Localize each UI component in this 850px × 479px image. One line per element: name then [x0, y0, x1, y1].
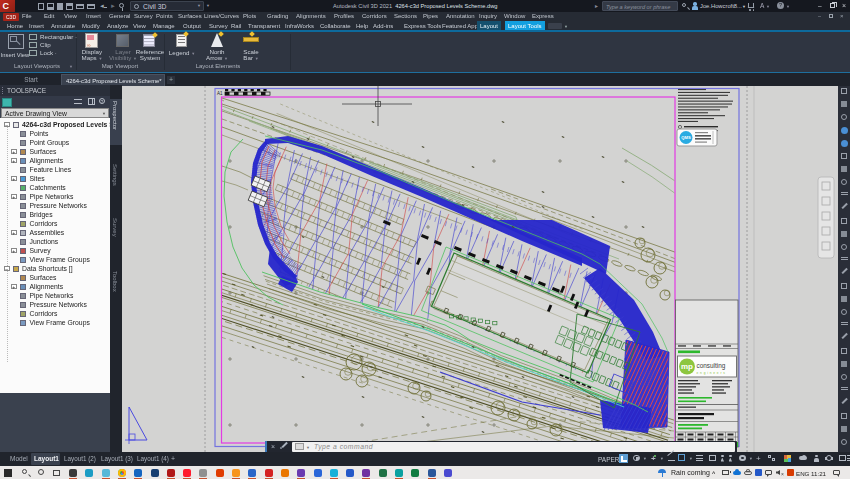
svg-text:engineers: engineers — [697, 371, 727, 375]
svg-text:consulting: consulting — [697, 362, 726, 370]
svg-text:A1: A1 — [217, 91, 223, 96]
svg-text:mp: mp — [681, 362, 693, 371]
svg-text:QMS: QMS — [681, 135, 691, 140]
